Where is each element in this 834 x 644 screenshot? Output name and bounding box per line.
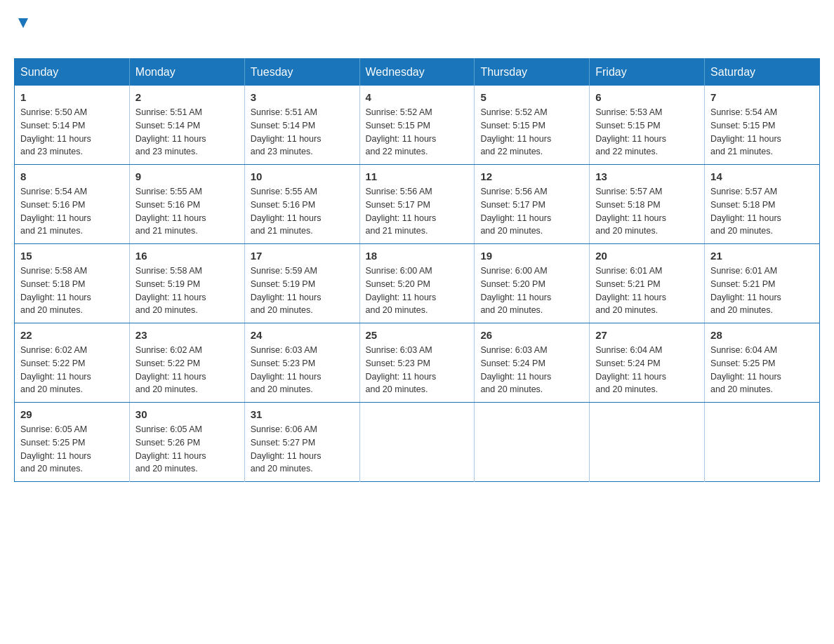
day-cell: 7 Sunrise: 5:54 AM Sunset: 5:15 PM Dayli… <box>705 86 820 165</box>
day-cell: 26 Sunrise: 6:03 AM Sunset: 5:24 PM Dayl… <box>475 323 590 403</box>
day-number: 8 <box>20 170 124 182</box>
day-number: 19 <box>480 250 583 262</box>
day-number: 5 <box>480 91 583 103</box>
header-wednesday: Wednesday <box>359 59 475 86</box>
svg-marker-0 <box>18 18 28 28</box>
day-cell: 31 Sunrise: 6:06 AM Sunset: 5:27 PM Dayl… <box>244 403 359 482</box>
day-info: Sunrise: 5:54 AM Sunset: 5:16 PM Dayligh… <box>20 185 124 238</box>
day-info: Sunrise: 5:53 AM Sunset: 5:15 PM Dayligh… <box>595 106 699 159</box>
day-number: 23 <box>135 329 239 341</box>
day-number: 16 <box>135 250 239 262</box>
day-cell <box>705 403 820 482</box>
day-number: 30 <box>135 408 239 420</box>
day-number: 6 <box>595 91 699 103</box>
day-info: Sunrise: 6:06 AM Sunset: 5:27 PM Dayligh… <box>251 423 354 476</box>
day-cell <box>590 403 705 482</box>
day-info: Sunrise: 5:57 AM Sunset: 5:18 PM Dayligh… <box>710 185 814 238</box>
day-number: 15 <box>20 250 124 262</box>
day-info: Sunrise: 5:58 AM Sunset: 5:18 PM Dayligh… <box>20 264 124 317</box>
weekday-header-row: SundayMondayTuesdayWednesdayThursdayFrid… <box>15 59 820 86</box>
day-info: Sunrise: 6:03 AM Sunset: 5:23 PM Dayligh… <box>251 344 354 396</box>
day-info: Sunrise: 6:04 AM Sunset: 5:25 PM Dayligh… <box>710 344 814 396</box>
day-cell: 19 Sunrise: 6:00 AM Sunset: 5:20 PM Dayl… <box>475 244 590 323</box>
day-number: 4 <box>366 91 469 103</box>
day-number: 27 <box>595 329 699 341</box>
header-tuesday: Tuesday <box>244 59 359 86</box>
day-info: Sunrise: 5:56 AM Sunset: 5:17 PM Dayligh… <box>480 185 583 238</box>
day-number: 20 <box>595 250 699 262</box>
day-info: Sunrise: 6:03 AM Sunset: 5:23 PM Dayligh… <box>366 344 469 396</box>
day-number: 24 <box>251 329 354 341</box>
day-info: Sunrise: 6:05 AM Sunset: 5:25 PM Dayligh… <box>20 423 124 476</box>
day-info: Sunrise: 5:51 AM Sunset: 5:14 PM Dayligh… <box>251 106 354 159</box>
day-cell <box>475 403 590 482</box>
page-header <box>14 14 820 44</box>
header-friday: Friday <box>590 59 705 86</box>
day-info: Sunrise: 5:55 AM Sunset: 5:16 PM Dayligh… <box>251 185 354 238</box>
day-info: Sunrise: 5:56 AM Sunset: 5:17 PM Dayligh… <box>366 185 469 238</box>
day-info: Sunrise: 5:54 AM Sunset: 5:15 PM Dayligh… <box>710 106 814 159</box>
day-cell: 24 Sunrise: 6:03 AM Sunset: 5:23 PM Dayl… <box>244 323 359 403</box>
day-number: 2 <box>135 91 239 103</box>
day-number: 25 <box>366 329 469 341</box>
day-number: 31 <box>251 408 354 420</box>
day-number: 12 <box>480 170 583 182</box>
day-info: Sunrise: 5:58 AM Sunset: 5:19 PM Dayligh… <box>135 264 239 317</box>
day-cell: 22 Sunrise: 6:02 AM Sunset: 5:22 PM Dayl… <box>15 323 130 403</box>
day-cell <box>359 403 475 482</box>
day-number: 1 <box>20 91 124 103</box>
day-cell: 28 Sunrise: 6:04 AM Sunset: 5:25 PM Dayl… <box>705 323 820 403</box>
day-cell: 13 Sunrise: 5:57 AM Sunset: 5:18 PM Dayl… <box>590 165 705 244</box>
day-number: 10 <box>251 170 354 182</box>
day-cell: 17 Sunrise: 5:59 AM Sunset: 5:19 PM Dayl… <box>244 244 359 323</box>
week-row-1: 1 Sunrise: 5:50 AM Sunset: 5:14 PM Dayli… <box>15 86 820 165</box>
day-info: Sunrise: 6:04 AM Sunset: 5:24 PM Dayligh… <box>595 344 699 396</box>
day-info: Sunrise: 6:00 AM Sunset: 5:20 PM Dayligh… <box>480 264 583 317</box>
day-number: 14 <box>710 170 814 182</box>
day-cell: 14 Sunrise: 5:57 AM Sunset: 5:18 PM Dayl… <box>705 165 820 244</box>
day-cell: 2 Sunrise: 5:51 AM Sunset: 5:14 PM Dayli… <box>129 86 244 165</box>
week-row-4: 22 Sunrise: 6:02 AM Sunset: 5:22 PM Dayl… <box>15 323 820 403</box>
day-info: Sunrise: 5:59 AM Sunset: 5:19 PM Dayligh… <box>251 264 354 317</box>
week-row-5: 29 Sunrise: 6:05 AM Sunset: 5:25 PM Dayl… <box>15 403 820 482</box>
day-cell: 8 Sunrise: 5:54 AM Sunset: 5:16 PM Dayli… <box>15 165 130 244</box>
day-info: Sunrise: 5:51 AM Sunset: 5:14 PM Dayligh… <box>135 106 239 159</box>
day-info: Sunrise: 6:05 AM Sunset: 5:26 PM Dayligh… <box>135 423 239 476</box>
day-cell: 3 Sunrise: 5:51 AM Sunset: 5:14 PM Dayli… <box>244 86 359 165</box>
day-info: Sunrise: 6:02 AM Sunset: 5:22 PM Dayligh… <box>20 344 124 396</box>
day-cell: 5 Sunrise: 5:52 AM Sunset: 5:15 PM Dayli… <box>475 86 590 165</box>
day-cell: 20 Sunrise: 6:01 AM Sunset: 5:21 PM Dayl… <box>590 244 705 323</box>
day-cell: 16 Sunrise: 5:58 AM Sunset: 5:19 PM Dayl… <box>129 244 244 323</box>
day-cell: 27 Sunrise: 6:04 AM Sunset: 5:24 PM Dayl… <box>590 323 705 403</box>
day-info: Sunrise: 5:57 AM Sunset: 5:18 PM Dayligh… <box>595 185 699 238</box>
day-cell: 9 Sunrise: 5:55 AM Sunset: 5:16 PM Dayli… <box>129 165 244 244</box>
day-number: 21 <box>710 250 814 262</box>
day-cell: 29 Sunrise: 6:05 AM Sunset: 5:25 PM Dayl… <box>15 403 130 482</box>
day-number: 17 <box>251 250 354 262</box>
header-thursday: Thursday <box>475 59 590 86</box>
day-number: 3 <box>251 91 354 103</box>
day-cell: 6 Sunrise: 5:53 AM Sunset: 5:15 PM Dayli… <box>590 86 705 165</box>
logo <box>14 14 31 44</box>
day-number: 13 <box>595 170 699 182</box>
day-number: 28 <box>710 329 814 341</box>
header-saturday: Saturday <box>705 59 820 86</box>
calendar-table: SundayMondayTuesdayWednesdayThursdayFrid… <box>14 58 820 482</box>
day-cell: 18 Sunrise: 6:00 AM Sunset: 5:20 PM Dayl… <box>359 244 475 323</box>
day-number: 9 <box>135 170 239 182</box>
day-cell: 25 Sunrise: 6:03 AM Sunset: 5:23 PM Dayl… <box>359 323 475 403</box>
day-info: Sunrise: 6:00 AM Sunset: 5:20 PM Dayligh… <box>366 264 469 317</box>
day-info: Sunrise: 6:01 AM Sunset: 5:21 PM Dayligh… <box>595 264 699 317</box>
day-cell: 21 Sunrise: 6:01 AM Sunset: 5:21 PM Dayl… <box>705 244 820 323</box>
day-cell: 4 Sunrise: 5:52 AM Sunset: 5:15 PM Dayli… <box>359 86 475 165</box>
day-info: Sunrise: 5:52 AM Sunset: 5:15 PM Dayligh… <box>366 106 469 159</box>
week-row-2: 8 Sunrise: 5:54 AM Sunset: 5:16 PM Dayli… <box>15 165 820 244</box>
day-cell: 11 Sunrise: 5:56 AM Sunset: 5:17 PM Dayl… <box>359 165 475 244</box>
day-info: Sunrise: 5:55 AM Sunset: 5:16 PM Dayligh… <box>135 185 239 238</box>
day-cell: 23 Sunrise: 6:02 AM Sunset: 5:22 PM Dayl… <box>129 323 244 403</box>
day-number: 26 <box>480 329 583 341</box>
day-info: Sunrise: 6:03 AM Sunset: 5:24 PM Dayligh… <box>480 344 583 396</box>
day-number: 22 <box>20 329 124 341</box>
day-number: 29 <box>20 408 124 420</box>
day-info: Sunrise: 5:52 AM Sunset: 5:15 PM Dayligh… <box>480 106 583 159</box>
